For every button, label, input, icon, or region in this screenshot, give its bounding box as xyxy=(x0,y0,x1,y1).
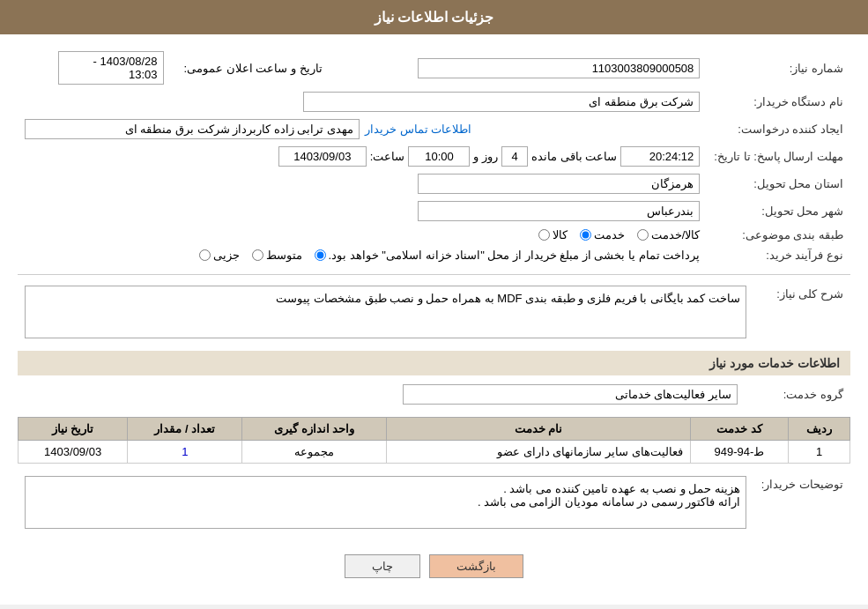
description-table: شرح کلی نیاز: ساخت کمد بایگانی با فریم ف… xyxy=(18,282,850,342)
creator-label: ایجاد کننده درخواست: xyxy=(707,115,850,143)
purchase-motavaset-label: متوسط xyxy=(266,249,302,262)
service-group-row: گروه خدمت: سایر فعالیت‌های خدماتی xyxy=(18,381,850,408)
remaining-label: ساعت باقی مانده xyxy=(531,150,617,163)
category-kala-label: کالا xyxy=(553,228,568,241)
purchase-type-row: نوع فرآیند خرید: پرداخت تمام یا بخشی از … xyxy=(18,245,850,265)
need-number-row: شماره نیاز: 1103003809000508 تاریخ و ساع… xyxy=(18,48,850,88)
cell-name: فعالیت‌های سایر سازمانهای دارای عضو xyxy=(387,441,690,464)
city-label: شهر محل تحویل: xyxy=(707,197,850,225)
city-row: شهر محل تحویل: بندرعباس xyxy=(18,197,850,225)
service-group-input[interactable]: سایر فعالیت‌های خدماتی xyxy=(403,384,738,405)
province-label: استان محل تحویل: xyxy=(707,170,850,197)
service-group-value: سایر فعالیت‌های خدماتی xyxy=(18,381,745,408)
creator-row: ایجاد کننده درخواست: اطلاعات تماس خریدار… xyxy=(18,115,850,143)
province-row: استان محل تحویل: هرمزگان xyxy=(18,170,850,197)
city-value: بندرعباس xyxy=(18,197,707,225)
province-input[interactable]: هرمزگان xyxy=(418,174,700,194)
category-kala[interactable]: کالا xyxy=(538,228,568,241)
deadline-label: مهلت ارسال پاسخ: تا تاریخ: xyxy=(707,143,850,170)
notes-line2: ارائه فاکتور رسمی در سامانه مودیان الزام… xyxy=(31,495,740,509)
service-table: ردیف کد خدمت نام خدمت واحد اندازه گیری ت… xyxy=(18,417,850,464)
description-row: شرح کلی نیاز: ساخت کمد بایگانی با فریم ف… xyxy=(18,282,850,342)
category-khedmat-radio[interactable] xyxy=(580,229,591,241)
description-label: شرح کلی نیاز: xyxy=(753,282,850,342)
category-kala-khedmat-radio[interactable] xyxy=(637,229,649,241)
col-unit: واحد اندازه گیری xyxy=(242,418,387,441)
col-quantity: تعداد / مقدار xyxy=(128,418,242,441)
category-row: طبقه بندی موضوعی: کالا/خدمت خدمت کالا xyxy=(18,225,850,245)
need-number-input[interactable]: 1103003809000508 xyxy=(418,58,700,78)
info-table: شماره نیاز: 1103003809000508 تاریخ و ساع… xyxy=(18,48,850,265)
category-kala-khedmat[interactable]: کالا/خدمت xyxy=(637,228,701,241)
buyer-org-input[interactable]: شرکت برق منطقه ای xyxy=(303,92,700,112)
buyer-org-row: نام دستگاه خریدار: شرکت برق منطقه ای xyxy=(18,88,850,115)
creator-input[interactable]: مهدی ترابی زاده کاربرداز شرکت برق منطقه … xyxy=(25,119,360,139)
col-date: تاریخ نیاز xyxy=(19,418,128,441)
divider-1 xyxy=(18,274,850,275)
announce-date-input[interactable]: 1403/08/28 - 13:03 xyxy=(58,51,164,85)
deadline-row: مهلت ارسال پاسخ: تا تاریخ: 20:24:12 ساعت… xyxy=(18,143,850,170)
service-table-head: ردیف کد خدمت نام خدمت واحد اندازه گیری ت… xyxy=(19,418,850,441)
purchase-jozi[interactable]: جزیی xyxy=(199,249,240,262)
col-row-num: ردیف xyxy=(789,418,850,441)
service-group-label: گروه خدمت: xyxy=(745,381,850,408)
page-wrapper: جزئیات اطلاعات نیاز شماره نیاز: 11030038… xyxy=(0,0,868,605)
col-code: کد خدمت xyxy=(690,418,789,441)
main-content: شماره نیاز: 1103003809000508 تاریخ و ساع… xyxy=(0,34,868,605)
buyer-org-value: شرکت برق منطقه ای xyxy=(18,88,707,115)
days-label: روز و xyxy=(473,150,498,163)
purchase-jozi-label: جزیی xyxy=(213,249,240,262)
creator-value: اطلاعات تماس خریدار مهدی ترابی زاده کارب… xyxy=(18,115,707,143)
announce-date-value: 1403/08/28 - 13:03 xyxy=(18,48,171,88)
purchase-esnad[interactable]: پرداخت تمام یا بخشی از مبلغ خریدار از مح… xyxy=(315,249,701,262)
contact-link[interactable]: اطلاعات تماس خریدار xyxy=(365,123,471,136)
purchase-type-options: پرداخت تمام یا بخشی از مبلغ خریدار از مح… xyxy=(18,245,707,265)
notes-table: توضیحات خریدار: هزینه حمل و نصب به عهده … xyxy=(18,472,850,532)
purchase-type-radio-group: پرداخت تمام یا بخشی از مبلغ خریدار از مح… xyxy=(25,249,700,262)
notes-textarea[interactable]: هزینه حمل و نصب به عهده تامین کننده می ب… xyxy=(25,476,746,529)
notes-line1: هزینه حمل و نصب به عهده تامین کننده می ب… xyxy=(31,482,740,495)
service-section-title: اطلاعات خدمات مورد نیاز xyxy=(18,351,850,375)
service-group-table: گروه خدمت: سایر فعالیت‌های خدماتی xyxy=(18,381,850,408)
table-row: 1 ط-94-949 فعالیت‌های سایر سازمانهای دار… xyxy=(19,441,850,464)
need-number-label: شماره نیاز: xyxy=(707,48,850,88)
category-kala-khedmat-label: کالا/خدمت xyxy=(651,228,701,241)
deadline-days[interactable]: 4 xyxy=(501,146,528,167)
deadline-value: 20:24:12 ساعت باقی مانده 4 روز و 10:00 س… xyxy=(18,143,707,170)
description-value: ساخت کمد بایگانی با فریم فلزی و طبقه بند… xyxy=(18,282,753,342)
announce-date-label: تاریخ و ساعت اعلان عمومی: xyxy=(171,48,330,88)
description-textarea[interactable]: ساخت کمد بایگانی با فریم فلزی و طبقه بند… xyxy=(25,286,746,338)
purchase-motavaset-radio[interactable] xyxy=(252,249,263,261)
time-label: ساعت: xyxy=(370,150,405,163)
category-khedmat-label: خدمت xyxy=(594,228,625,241)
category-radio-group: کالا/خدمت خدمت کالا xyxy=(25,228,700,241)
service-table-body: 1 ط-94-949 فعالیت‌های سایر سازمانهای دار… xyxy=(19,441,850,464)
purchase-jozi-radio[interactable] xyxy=(199,249,211,261)
category-label: طبقه بندی موضوعی: xyxy=(707,225,850,245)
deadline-date[interactable]: 1403/09/03 xyxy=(278,146,367,167)
cell-code: ط-94-949 xyxy=(690,441,789,464)
purchase-type-label: نوع فرآیند خرید: xyxy=(707,245,850,265)
page-header: جزئیات اطلاعات نیاز xyxy=(0,0,868,34)
print-button[interactable]: چاپ xyxy=(345,554,420,578)
city-input[interactable]: بندرعباس xyxy=(418,201,700,221)
back-button[interactable]: بازگشت xyxy=(429,554,523,578)
province-value: هرمزگان xyxy=(18,170,707,197)
cell-date: 1403/09/03 xyxy=(19,441,128,464)
notes-label: توضیحات خریدار: xyxy=(753,472,850,532)
deadline-time[interactable]: 10:00 xyxy=(408,146,470,167)
col-name: نام خدمت xyxy=(387,418,690,441)
notes-row: توضیحات خریدار: هزینه حمل و نصب به عهده … xyxy=(18,472,850,532)
category-kala-radio[interactable] xyxy=(538,229,550,241)
buyer-org-label: نام دستگاه خریدار: xyxy=(707,88,850,115)
category-khedmat[interactable]: خدمت xyxy=(580,228,625,241)
need-number-value: 1103003809000508 xyxy=(330,48,708,88)
page-title: جزئیات اطلاعات نیاز xyxy=(375,10,494,25)
cell-row-num: 1 xyxy=(789,441,850,464)
deadline-clock[interactable]: 20:24:12 xyxy=(620,146,700,167)
button-group: بازگشت چاپ xyxy=(18,541,850,591)
cell-quantity: 1 xyxy=(128,441,242,464)
purchase-esnad-label: پرداخت تمام یا بخشی از مبلغ خریدار از مح… xyxy=(329,249,701,262)
purchase-esnad-radio[interactable] xyxy=(315,249,326,261)
purchase-motavaset[interactable]: متوسط xyxy=(252,249,302,262)
